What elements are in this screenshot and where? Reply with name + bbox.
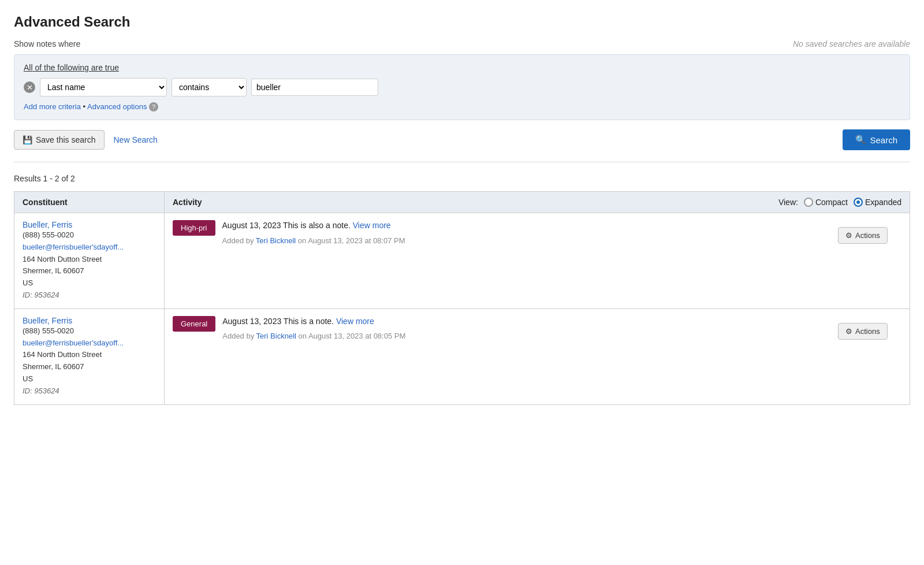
compact-label: Compact [815, 198, 848, 207]
search-button[interactable]: 🔍 Search [843, 129, 910, 150]
criteria-box: All of the following are true ✕ Last nam… [14, 54, 910, 120]
constituent-name-link[interactable]: Bueller, Ferris [23, 316, 72, 325]
activity-meta: Added by Teri Bicknell on August 13, 202… [222, 332, 405, 340]
constituent-id: ID: 953624 [23, 289, 156, 302]
actions-btn-cell: ⚙ Actions [838, 316, 901, 340]
view-more-link[interactable]: View more [353, 221, 391, 230]
constituent-email-link[interactable]: bueller@ferrisbueller'sdayoff... [23, 243, 124, 251]
activity-tag: High-pri [173, 220, 215, 236]
activity-column-header: Activity View: Compact Expanded [165, 192, 910, 213]
constituent-address: 164 North Dutton Street [23, 349, 156, 361]
operator-select[interactable]: contains equals starts with ends with [172, 78, 247, 96]
new-search-link[interactable]: New Search [114, 135, 158, 144]
actions-btn-cell: ⚙ Actions [838, 220, 901, 244]
actions-button[interactable]: ⚙ Actions [838, 227, 888, 244]
actions-row: 💾 Save this search New Search 🔍 Search [14, 129, 910, 162]
criteria-links: Add more criteria • Advanced options ? [24, 102, 900, 111]
constituent-city-state: Shermer, IL 60607 [23, 265, 156, 277]
actions-label: Actions [855, 231, 880, 240]
criteria-value-input[interactable] [251, 79, 378, 96]
expanded-label: Expanded [865, 198, 901, 207]
left-actions: 💾 Save this search New Search [14, 130, 158, 150]
activity-content: High-pri August 13, 2023 This is also a … [173, 220, 405, 245]
page-title: Advanced Search [14, 14, 910, 30]
constituent-column-header: Constituent [14, 192, 165, 213]
search-icon: 🔍 [855, 135, 866, 145]
gear-icon: ⚙ [845, 327, 852, 336]
all-true-label: All of the following are true [24, 63, 900, 72]
advanced-options-link[interactable]: Advanced options [87, 102, 147, 111]
compact-view-option[interactable]: Compact [804, 198, 848, 207]
added-by-link[interactable]: Teri Bicknell [256, 236, 296, 245]
added-by-link[interactable]: Teri Bicknell [256, 332, 296, 340]
expanded-view-option[interactable]: Expanded [854, 198, 901, 207]
table-header-row: Constituent Activity View: Compact Expan… [14, 192, 910, 213]
constituent-country: US [23, 373, 156, 385]
table-row: Bueller, Ferris (888) 555-0020 bueller@f… [14, 213, 910, 309]
constituent-phone: (888) 555-0020 [23, 325, 156, 337]
activity-content: General August 13, 2023 This is a note. … [173, 316, 405, 341]
view-more-link[interactable]: View more [336, 317, 374, 326]
search-button-label: Search [870, 135, 897, 145]
remove-criteria-button[interactable]: ✕ [24, 81, 35, 93]
help-icon[interactable]: ? [149, 102, 158, 111]
all-text: All [24, 63, 33, 72]
constituent-address: 164 North Dutton Street [23, 254, 156, 266]
activity-tag: General [173, 316, 215, 332]
show-notes-row: Show notes where No saved searches are a… [14, 39, 910, 49]
activity-header-label: Activity [173, 198, 202, 207]
criteria-row: ✕ Last name First name Email Phone Addre… [24, 78, 900, 96]
actions-label: Actions [855, 327, 880, 336]
results-count: Results 1 - 2 of 2 [14, 174, 910, 183]
criteria-separator: • [83, 102, 87, 111]
gear-icon: ⚙ [845, 231, 852, 240]
view-label: View: [778, 198, 798, 207]
activity-body: August 13, 2023 This is a note. View mor… [222, 316, 405, 341]
constituent-country: US [23, 277, 156, 289]
activity-body: August 13, 2023 This is also a note. Vie… [222, 220, 405, 245]
activity-main-text: August 13, 2023 This is also a note. Vie… [222, 220, 405, 232]
constituent-phone: (888) 555-0020 [23, 229, 156, 241]
no-saved-searches-text: No saved searches are available [793, 39, 910, 49]
constituent-name-link[interactable]: Bueller, Ferris [23, 220, 72, 229]
all-true-suffix: of the following are true [33, 63, 119, 72]
activity-cell: General August 13, 2023 This is a note. … [165, 308, 910, 404]
activity-main-text: August 13, 2023 This is a note. View mor… [222, 316, 405, 328]
activity-meta: Added by Teri Bicknell on August 13, 202… [222, 236, 405, 245]
expanded-radio[interactable] [854, 198, 863, 207]
constituent-email-link[interactable]: bueller@ferrisbueller'sdayoff... [23, 339, 124, 347]
field-select[interactable]: Last name First name Email Phone Address [40, 78, 167, 96]
constituent-city-state: Shermer, IL 60607 [23, 361, 156, 373]
constituent-cell: Bueller, Ferris (888) 555-0020 bueller@f… [14, 213, 165, 309]
save-search-button[interactable]: 💾 Save this search [14, 130, 105, 150]
compact-radio[interactable] [804, 198, 813, 207]
save-search-label: Save this search [36, 135, 96, 144]
table-row: Bueller, Ferris (888) 555-0020 bueller@f… [14, 308, 910, 404]
actions-button[interactable]: ⚙ Actions [838, 323, 888, 340]
view-toggle: View: Compact Expanded [778, 198, 901, 207]
constituent-id: ID: 953624 [23, 385, 156, 397]
results-table: Constituent Activity View: Compact Expan… [14, 191, 910, 405]
floppy-icon: 💾 [23, 135, 32, 144]
activity-cell: High-pri August 13, 2023 This is also a … [165, 213, 910, 309]
constituent-cell: Bueller, Ferris (888) 555-0020 bueller@f… [14, 308, 165, 404]
add-more-criteria-link[interactable]: Add more criteria [24, 102, 81, 111]
show-notes-label: Show notes where [14, 39, 80, 49]
